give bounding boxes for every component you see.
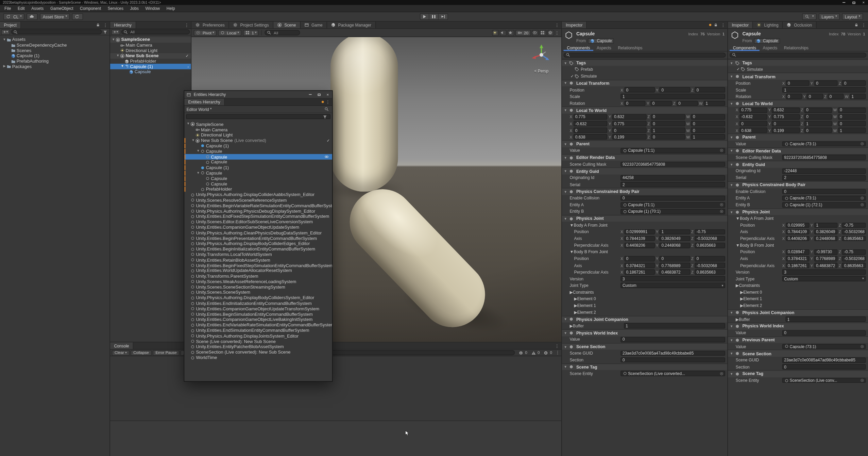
checkbox-icon[interactable]: ✓	[569, 74, 575, 78]
entities-tree-row[interactable]: Unity.Entities.WorldUpdateAllocatorReset…	[184, 268, 332, 274]
number-field[interactable]: 0	[691, 128, 725, 133]
tab-project[interactable]: Project	[0, 21, 21, 28]
entities-window-title-bar[interactable]: Entities Hierarchy ×	[184, 91, 332, 99]
menu-assets[interactable]: Assets	[28, 5, 47, 12]
foldout-open-icon[interactable]: ▼	[569, 249, 574, 255]
projection-label[interactable]: < Persp	[529, 69, 554, 74]
value-field[interactable]: 1	[624, 323, 725, 329]
number-field[interactable]: 0.2448068	[814, 236, 838, 241]
number-field[interactable]: 0.775	[573, 114, 608, 120]
object-field[interactable]: SceneSection (Live conv...	[782, 378, 866, 383]
component-header[interactable]: ▼Physics Constrained Body Pair	[562, 188, 728, 195]
refresh-button[interactable]	[72, 13, 83, 20]
console-log-list[interactable]	[110, 356, 561, 421]
number-field[interactable]: 0.028947	[786, 249, 809, 255]
project-search[interactable]	[11, 29, 102, 34]
entities-tree-row[interactable]: Unity.Entities.EndFixedStepSimulationEnt…	[184, 214, 332, 219]
foldout-open-icon[interactable]: ▼	[111, 38, 116, 41]
number-field[interactable]: 0.8635663	[695, 243, 725, 248]
foldout-open-icon[interactable]: ▼	[736, 243, 740, 248]
object-picker-icon[interactable]	[860, 344, 864, 348]
entities-tree-row[interactable]: Main Camera	[184, 127, 332, 132]
scene-grid-toggle[interactable]	[540, 30, 546, 36]
value-field[interactable]: 9223372036854775808	[782, 155, 866, 160]
number-field[interactable]: 1	[691, 134, 725, 140]
component-header[interactable]: ▼Entity Guid	[562, 167, 728, 174]
number-field[interactable]: 0.632	[772, 108, 800, 113]
number-field[interactable]: 0.4683872	[660, 270, 690, 275]
number-field[interactable]: 0.7768989	[814, 256, 838, 261]
number-field[interactable]: 0	[676, 101, 698, 106]
entities-tree-row[interactable]: Unity.Entities.CompanionGameObjectUpdate…	[184, 306, 332, 312]
number-field[interactable]: -0.5032068	[842, 256, 866, 261]
number-field[interactable]: 0	[695, 256, 725, 261]
entities-tree-row[interactable]: Unity.Scenes.ResolveSceneReferenceSystem	[184, 198, 332, 203]
foldout-open-icon[interactable]: ▼	[563, 365, 567, 369]
tab-aspects[interactable]: Aspects	[593, 45, 614, 51]
component-header[interactable]: ▼Tags	[562, 59, 728, 66]
tab-relationships[interactable]: Relationships	[615, 45, 646, 51]
component-header[interactable]: ▼Physics Joint	[562, 215, 728, 222]
hierarchy-search[interactable]	[121, 29, 190, 34]
number-field[interactable]: 0	[651, 114, 685, 120]
more-menu-icon[interactable]: ⋮	[555, 343, 559, 348]
tab-components[interactable]: Components	[563, 45, 593, 51]
number-field[interactable]: -0.5032068	[695, 236, 725, 241]
foldout-open-icon[interactable]: ▼	[730, 75, 733, 78]
number-field[interactable]: 0.8635663	[695, 270, 725, 275]
component-header[interactable]: ▼Scene Section	[562, 343, 728, 350]
value-field[interactable]: 1	[782, 87, 866, 93]
project-tree-row[interactable]: ▼Assets	[0, 37, 109, 43]
foldout-open-icon[interactable]: ▼	[730, 372, 733, 376]
inspector-search-input[interactable]	[738, 52, 864, 58]
number-field[interactable]: 0.632	[612, 114, 647, 120]
number-field[interactable]: 0	[624, 101, 646, 106]
project-tree-row[interactable]: ▶Packages	[0, 64, 109, 69]
entities-tree-row[interactable]: Capsule	[184, 176, 332, 181]
ping-icon[interactable]	[324, 154, 330, 159]
foldout-closed-icon[interactable]: ▶	[569, 290, 573, 295]
object-field[interactable]: Capsule (1) (70:1)	[620, 209, 725, 214]
component-header[interactable]: ▼Previous Parent	[728, 336, 868, 343]
entities-tree-row[interactable]: Unity.Transforms.ParentSystem	[184, 274, 332, 279]
foldout-open-icon[interactable]: ▼	[563, 345, 567, 348]
play-button[interactable]	[420, 13, 429, 20]
component-header[interactable]: ▼Tags	[728, 59, 868, 66]
number-field[interactable]: 0.8635663	[842, 263, 866, 268]
close-icon[interactable]: ×	[326, 93, 329, 96]
object-picker-icon[interactable]	[719, 149, 723, 152]
entities-tree-row[interactable]: SceneSection (Live converted): New Sub S…	[184, 349, 332, 355]
project-search-input[interactable]	[20, 29, 100, 34]
more-menu-icon[interactable]: ⋮	[555, 22, 559, 28]
create-asset-button[interactable]: +▾	[1, 29, 10, 34]
search-icon[interactable]	[324, 107, 329, 111]
number-field[interactable]: 0.4683872	[814, 263, 838, 268]
foldout-closed-icon[interactable]: ▶	[740, 290, 743, 295]
value-field[interactable]: 3	[620, 276, 725, 281]
hierarchy-search-input[interactable]	[130, 29, 188, 34]
number-field[interactable]: 0	[573, 128, 608, 133]
pause-button[interactable]	[429, 13, 439, 20]
foldout-open-icon[interactable]: ▼	[563, 170, 567, 173]
scene-effects-toggle[interactable]	[507, 30, 514, 36]
value-field[interactable]: 1	[785, 316, 866, 322]
tab-package-manager[interactable]: Package Manager	[327, 21, 376, 28]
number-field[interactable]: 0.7768989	[660, 263, 690, 268]
component-header[interactable]: ▼Local To World	[728, 100, 868, 107]
number-field[interactable]: 0	[660, 87, 690, 93]
number-field[interactable]: 0.638	[573, 134, 608, 140]
foldout-closed-icon[interactable]: ▶	[569, 323, 573, 328]
number-field[interactable]: 0	[838, 121, 866, 126]
entities-tree-row[interactable]: Unity.Entities.BeginVariableRateSimulati…	[184, 203, 332, 208]
close-icon[interactable]: ×	[863, 1, 865, 4]
number-field[interactable]: -0.99730	[814, 249, 838, 255]
object-picker-icon[interactable]	[719, 210, 723, 213]
entities-tree-row[interactable]: ▼SampleScene	[184, 121, 332, 127]
entities-tree-row[interactable]: Unity.Entities.BeginInitializationEntity…	[184, 246, 332, 252]
more-menu-icon[interactable]: ⋮	[326, 99, 330, 104]
tab-relationships[interactable]: Relationships	[781, 45, 812, 51]
number-field[interactable]: 0	[695, 87, 725, 93]
foldout-closed-icon[interactable]: ▶	[736, 283, 739, 288]
cloud-button[interactable]	[27, 13, 38, 20]
value-field[interactable]: 1	[620, 94, 725, 99]
